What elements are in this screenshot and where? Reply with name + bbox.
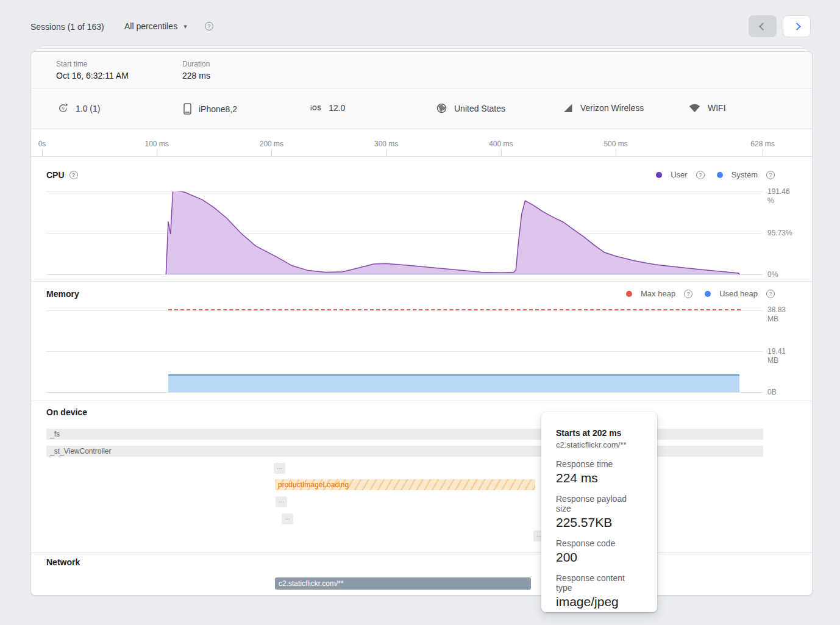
max-heap-help-icon[interactable]: ?	[684, 290, 692, 298]
legend-label-max-heap: Max heap	[641, 289, 675, 298]
legend-label-used-heap: Used heap	[719, 289, 758, 298]
timeline-tick-label: 0s	[21, 140, 63, 148]
sessions-count-label: Sessions (1 of 163)	[30, 22, 104, 32]
timeline-tick-mark	[157, 149, 157, 156]
device-model-item: iPhone8,2	[183, 103, 237, 115]
tooltip-field-value: 224 ms	[556, 471, 642, 485]
legend-dot-system	[717, 172, 723, 178]
timeline-tick-mark	[616, 149, 616, 156]
cpu-section-title: CPU ?	[46, 170, 78, 180]
cpu-user-help-icon[interactable]: ?	[696, 171, 705, 179]
app-version-item: v 1.0 (1)	[58, 103, 100, 113]
tooltip-url: c2.staticflickr.com/**	[556, 440, 642, 449]
country-item: United States	[436, 103, 505, 113]
timeline-tick-label: 200 ms	[250, 140, 293, 148]
cpu-title-text: CPU	[46, 170, 65, 180]
tooltip-field-label: Response code	[556, 538, 642, 548]
device-model-icon	[183, 103, 191, 115]
start-time-value: Oct 16, 6:32:11 AM	[56, 71, 129, 80]
timeline-tick-label: 400 ms	[480, 140, 522, 148]
tooltip-field-label: Response payload size	[556, 494, 642, 513]
product-image-loading-label: productImageLoading	[278, 480, 349, 489]
divider	[31, 552, 812, 553]
timeline-tick-mark	[763, 149, 763, 156]
tooltip-field-value: 200	[556, 550, 642, 565]
legend-dot-max-heap	[626, 291, 632, 297]
wifi-icon	[689, 104, 700, 113]
divider	[31, 401, 812, 401]
os-version-value: 12.0	[329, 103, 345, 113]
memory-title-text: Memory	[46, 289, 79, 299]
used-heap-area[interactable]	[168, 374, 739, 392]
cpu-user-area	[166, 191, 739, 274]
memory-axis-label-max: 38.83 MB	[767, 305, 786, 324]
carrier-value: Verizon Wireless	[580, 103, 644, 113]
legend-label-user: User	[671, 170, 687, 179]
radio-item: WIFI	[689, 103, 726, 113]
timeline-tick-mark	[386, 149, 387, 156]
timeline-tick-mark	[42, 149, 43, 156]
percentiles-dropdown-label: All percentiles	[124, 21, 177, 31]
cpu-axis-label-zero: 0%	[767, 270, 778, 279]
os-version-item: iOS 12.0	[310, 103, 345, 113]
legend-label-system: System	[731, 170, 758, 179]
tooltip-start-time: Starts at 202 ms	[556, 428, 642, 438]
cpu-user-area-chart[interactable]	[42, 191, 763, 276]
timeline-tick-label: 500 ms	[594, 140, 637, 148]
os-version-icon: iOS	[310, 105, 321, 112]
gridline	[46, 392, 763, 393]
memory-axis-label-mid: 19.41 MB	[767, 347, 786, 365]
network-request-tooltip: Starts at 202 ms c2.staticflickr.com/** …	[541, 412, 657, 612]
gridline	[46, 351, 763, 352]
collapsed-trace-chip[interactable]: ...	[274, 463, 285, 474]
network-title-text: Network	[46, 557, 80, 567]
device-model-value: iPhone8,2	[199, 104, 237, 114]
legend-dot-user	[656, 172, 662, 178]
divider	[31, 281, 812, 282]
timeline-tick-mark	[271, 149, 272, 156]
tooltip-field-value: image/jpeg	[556, 595, 642, 609]
cpu-system-help-icon[interactable]: ?	[766, 171, 775, 179]
timeline-tick-label: 628 ms	[741, 140, 784, 148]
chevron-left-icon	[759, 23, 767, 30]
timeline-tick-label: 100 ms	[135, 140, 178, 148]
chevron-right-icon	[793, 23, 801, 30]
tooltip-field-value: 225.57KB	[556, 515, 642, 530]
trace-row-product-image-loading[interactable]: productImageLoading	[275, 479, 535, 490]
session-detail-card: Start time Oct 16, 6:32:11 AM Duration 2…	[30, 51, 813, 596]
duration-label: Duration	[182, 60, 210, 68]
cpu-axis-label-mid: 95.73%	[767, 229, 792, 238]
legend-dot-used-heap	[705, 291, 711, 297]
percentiles-dropdown[interactable]: All percentiles ▾	[124, 21, 187, 31]
country-value: United States	[454, 104, 505, 113]
session-summary-band: Start time Oct 16, 6:32:11 AM Duration 2…	[31, 52, 812, 88]
tooltip-field-label: Response content type	[556, 573, 642, 593]
app-version-value: 1.0 (1)	[76, 104, 100, 113]
network-request-bar[interactable]: c2.staticflickr.com/**	[275, 577, 531, 590]
previous-session-button[interactable]	[749, 15, 777, 37]
start-time-label: Start time	[56, 60, 87, 68]
max-heap-line	[168, 309, 741, 310]
tooltip-field-label: Response time	[556, 459, 642, 469]
carrier-item: Verizon Wireless	[563, 103, 644, 113]
cpu-legend: User ? System ?	[656, 170, 775, 179]
memory-axis-label-zero: 0B	[767, 388, 777, 397]
carrier-signal-icon	[563, 104, 573, 113]
divider	[31, 156, 812, 157]
timeline-ruler: 0s100 ms200 ms300 ms400 ms500 ms628 ms	[31, 129, 812, 156]
gridline	[46, 310, 763, 311]
memory-legend: Max heap ? Used heap ?	[626, 289, 775, 298]
sessions-help-icon[interactable]: ?	[205, 22, 213, 30]
collapsed-trace-chip[interactable]: ...	[276, 496, 287, 507]
on-device-section-title: On device	[46, 407, 87, 417]
collapsed-trace-chip[interactable]: ...	[282, 513, 293, 524]
memory-section-title: Memory	[46, 289, 79, 299]
timeline-tick-mark	[501, 149, 502, 156]
network-section-title: Network	[46, 557, 80, 567]
cpu-help-icon[interactable]: ?	[69, 171, 78, 179]
next-session-button[interactable]	[783, 15, 811, 37]
used-heap-help-icon[interactable]: ?	[766, 290, 775, 298]
globe-icon	[436, 103, 447, 113]
firebase-performance-session-page: Sessions (1 of 163) All percentiles ▾ ? …	[0, 0, 840, 625]
on-device-title-text: On device	[46, 407, 87, 417]
